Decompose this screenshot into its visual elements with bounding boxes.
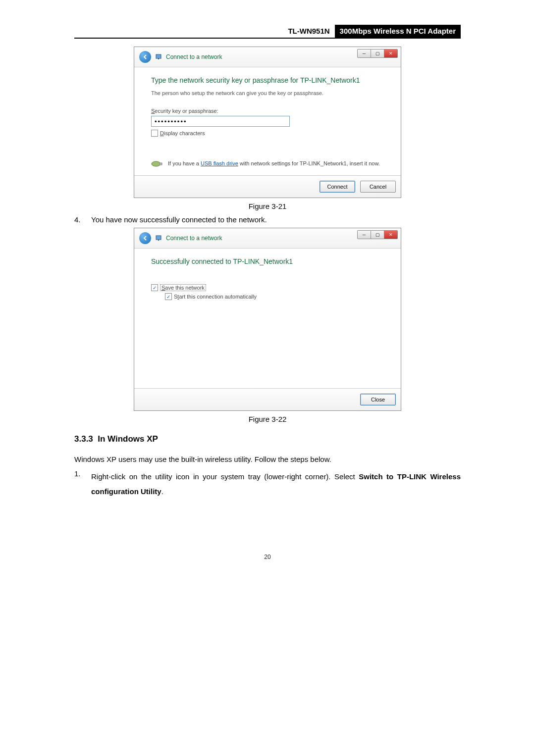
- back-icon[interactable]: [139, 51, 151, 63]
- dialog-titlebar: Connect to a network ─ ▢ ✕: [134, 228, 401, 249]
- save-network-checkbox[interactable]: Save this network: [151, 284, 384, 291]
- svg-rect-1: [158, 58, 159, 59]
- dialog-heading: Successfully connected to TP-LINK_Networ…: [151, 257, 384, 265]
- display-characters-checkbox[interactable]: Display characters: [151, 130, 384, 137]
- back-icon[interactable]: [139, 232, 151, 244]
- svg-rect-4: [156, 236, 161, 240]
- checkbox-icon: [165, 293, 172, 300]
- svg-rect-0: [156, 54, 161, 58]
- usb-hint-row: If you have a USB flash drive with netwo…: [151, 160, 384, 168]
- passphrase-input[interactable]: [151, 116, 290, 127]
- start-auto-checkbox[interactable]: Start this connection automatically: [165, 293, 384, 300]
- dialog-title: Connect to a network: [166, 53, 222, 60]
- usb-flash-drive-link[interactable]: USB flash drive: [201, 160, 238, 166]
- usb-drive-icon: [151, 160, 163, 168]
- section-heading: 3.3.3 In Windows XP: [74, 434, 461, 444]
- svg-rect-3: [160, 163, 162, 165]
- window-buttons: ─ ▢ ✕: [357, 49, 398, 58]
- wifi-icon: [155, 234, 163, 242]
- wifi-icon: [155, 53, 163, 61]
- figure-label-2: Figure 3-22: [74, 415, 461, 423]
- product-label: 300Mbps Wireless N PCI Adapter: [335, 25, 461, 38]
- checkbox-icon: [151, 130, 158, 137]
- maximize-icon[interactable]: ▢: [371, 230, 384, 239]
- window-buttons: ─ ▢ ✕: [357, 230, 398, 239]
- close-icon[interactable]: ✕: [384, 230, 398, 239]
- dialog-title: Connect to a network: [166, 235, 222, 242]
- minimize-icon[interactable]: ─: [357, 230, 371, 239]
- maximize-icon[interactable]: ▢: [371, 49, 384, 58]
- dialog-footer: Close: [134, 388, 401, 410]
- dialog-connect-passphrase: Connect to a network ─ ▢ ✕ Type the netw…: [134, 47, 401, 198]
- model-label: TL-WN951N: [288, 25, 334, 38]
- minimize-icon[interactable]: ─: [357, 49, 371, 58]
- doc-header: TL-WN951N 300Mbps Wireless N PCI Adapter: [74, 25, 461, 39]
- passphrase-label: Security key or passphrase:: [151, 108, 384, 114]
- xp-intro-text: Windows XP users may use the built-in wi…: [74, 454, 461, 465]
- xp-step-1: 1. Right-click on the utility icon in yo…: [74, 469, 461, 499]
- dialog-subtext: The person who setup the network can giv…: [151, 90, 384, 96]
- close-icon[interactable]: ✕: [384, 49, 398, 58]
- page-number: 20: [74, 554, 461, 560]
- svg-point-2: [152, 161, 160, 166]
- svg-rect-5: [158, 240, 159, 241]
- dialog-heading: Type the network security key or passphr…: [151, 76, 384, 84]
- usb-hint-text: If you have a USB flash drive with netwo…: [168, 160, 380, 168]
- dialog-footer: Connect Cancel: [134, 175, 401, 198]
- dialog-titlebar: Connect to a network ─ ▢ ✕: [134, 47, 401, 67]
- close-button[interactable]: Close: [360, 394, 396, 405]
- connect-button[interactable]: Connect: [320, 181, 355, 193]
- step-4: 4. You have now successfully connected t…: [74, 215, 461, 224]
- dialog-connect-success: Connect to a network ─ ▢ ✕ Successfully …: [134, 228, 401, 411]
- cancel-button[interactable]: Cancel: [360, 181, 396, 193]
- checkbox-icon: [151, 284, 158, 291]
- figure-label-1: Figure 3-21: [74, 202, 461, 210]
